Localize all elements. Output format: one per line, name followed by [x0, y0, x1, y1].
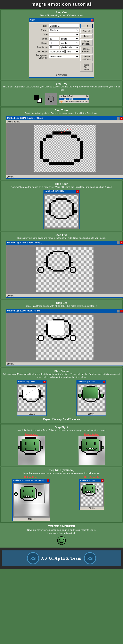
svg-rect-122	[69, 260, 71, 262]
svg-rect-46	[56, 162, 59, 165]
device-central-button[interactable]: Device Central...	[80, 54, 93, 61]
svg-rect-289	[42, 395, 43, 396]
height-unit-select[interactable]: pixels	[60, 41, 79, 45]
resolution-unit-select[interactable]: pixels/inch	[60, 46, 79, 49]
svg-rect-490	[94, 444, 95, 445]
width-input[interactable]	[49, 37, 59, 40]
step-eight-label: Step Eight	[2, 426, 121, 429]
svg-rect-244	[30, 386, 31, 388]
bg-contents-select[interactable]: Transparent	[49, 55, 79, 58]
svg-rect-533	[31, 486, 32, 487]
svg-rect-623	[86, 484, 87, 485]
name-input[interactable]	[49, 24, 79, 28]
cancel-button[interactable]: Cancel	[80, 29, 93, 33]
svg-rect-329	[91, 401, 93, 402]
svg-rect-598	[15, 493, 17, 494]
svg-rect-104	[56, 251, 58, 252]
step-seven-left-canvas	[19, 384, 45, 411]
svg-rect-324	[95, 400, 96, 401]
fg-bg-swatch	[34, 95, 42, 102]
width-unit-select[interactable]: pixels	[60, 37, 79, 40]
step-nine-main-close[interactable]: ✕	[47, 479, 49, 482]
svg-rect-218	[43, 338, 44, 339]
svg-rect-142	[39, 267, 40, 268]
preset-select[interactable]: Custom	[49, 28, 79, 32]
color-mode-select[interactable]: RGB Color	[49, 50, 65, 54]
svg-rect-448	[95, 438, 97, 438]
svg-rect-262	[39, 394, 41, 395]
step-three-min-button[interactable]: _	[117, 117, 119, 120]
svg-rect-326	[88, 401, 89, 402]
step-six-window-title: Untitled-1 @ 1000% (Head, RGB/8)	[7, 310, 41, 312]
svg-rect-78	[72, 212, 74, 213]
step-five-window-title: Untitled-1 @ 1000% (Layer 7 copy...)	[7, 242, 42, 244]
svg-rect-527	[25, 486, 26, 487]
reset-button[interactable]: Reset	[80, 34, 93, 38]
svg-rect-630	[92, 484, 93, 485]
svg-text:XS: XS	[30, 556, 36, 561]
svg-rect-273	[26, 400, 27, 401]
svg-rect-235	[73, 340, 74, 341]
svg-rect-580	[24, 496, 25, 498]
step-seven-right-close[interactable]: ✕	[103, 381, 105, 383]
svg-rect-287	[21, 396, 22, 397]
svg-rect-7	[48, 98, 49, 100]
step-nine-main-zoom: 1000%	[13, 518, 50, 521]
svg-rect-335	[80, 394, 81, 394]
color-replacement-tool-item[interactable]: 🎨 Color Replacement Tool B	[59, 100, 88, 103]
delete-preset-button[interactable]: Delete Preset...	[80, 47, 93, 54]
svg-rect-493	[88, 450, 89, 451]
svg-rect-356	[101, 397, 102, 398]
svg-rect-125	[46, 264, 48, 266]
step-nine-small-close[interactable]: ✕	[101, 479, 103, 482]
step-seven-left-close[interactable]: ✕	[43, 381, 46, 383]
svg-rect-694	[97, 489, 98, 490]
ok-button[interactable]: OK	[80, 24, 93, 28]
save-preset-button[interactable]: Save Preset...	[80, 39, 93, 46]
svg-rect-195	[46, 334, 48, 335]
svg-rect-651	[82, 492, 83, 493]
size-select[interactable]	[49, 32, 79, 36]
resolution-input[interactable]	[49, 46, 59, 49]
step-three-window-title: Untitled-1 @ 1000% (Layer 1, RGB...)	[7, 117, 43, 119]
svg-rect-684	[82, 489, 83, 490]
svg-rect-306	[99, 390, 100, 391]
svg-rect-692	[82, 491, 83, 492]
svg-rect-268	[39, 397, 41, 398]
pencil-tool-item[interactable]: ✏ Pencil Tool B	[59, 98, 88, 100]
svg-rect-68	[72, 203, 74, 205]
svg-rect-336	[78, 394, 79, 395]
step-three-close-button[interactable]: ✕	[120, 117, 123, 120]
step-six-min-button[interactable]: _	[117, 310, 119, 312]
step-five-close-button[interactable]: ✕	[120, 242, 123, 244]
svg-rect-447	[94, 438, 95, 438]
svg-rect-519	[102, 447, 103, 448]
svg-rect-117	[46, 257, 48, 259]
brush-tool-item[interactable]: 🖌 Brush Tool B	[59, 95, 88, 98]
svg-rect-45	[52, 162, 56, 165]
step-nine-before-label: Before Crop:	[2, 476, 60, 478]
dialog-close-button[interactable]: ✕	[91, 19, 93, 22]
svg-rect-226	[73, 335, 74, 336]
svg-rect-111	[64, 252, 66, 254]
svg-rect-659	[86, 495, 86, 496]
svg-rect-340	[78, 396, 79, 397]
svg-rect-59	[64, 198, 66, 200]
svg-rect-256	[39, 390, 41, 391]
fg-color-swatch[interactable]	[34, 95, 39, 100]
step-six-zoom-bar: 1000%	[6, 362, 123, 366]
svg-rect-669	[85, 487, 86, 488]
svg-rect-609	[41, 493, 42, 494]
height-input[interactable]	[49, 41, 59, 45]
svg-rect-131	[66, 267, 68, 269]
svg-rect-376	[20, 442, 22, 444]
bit-depth-select[interactable]: 8 bit	[65, 50, 79, 54]
step-four-close-button[interactable]: ✕	[76, 190, 79, 193]
step-five-min-button[interactable]: _	[117, 242, 119, 244]
svg-rect-672	[92, 488, 93, 489]
step-six-close-button[interactable]: ✕	[120, 310, 123, 312]
advanced-toggle[interactable]: ▶ Advanced	[56, 74, 67, 76]
svg-rect-105	[58, 251, 59, 252]
svg-rect-530	[28, 486, 29, 487]
svg-rect-697	[97, 490, 98, 491]
